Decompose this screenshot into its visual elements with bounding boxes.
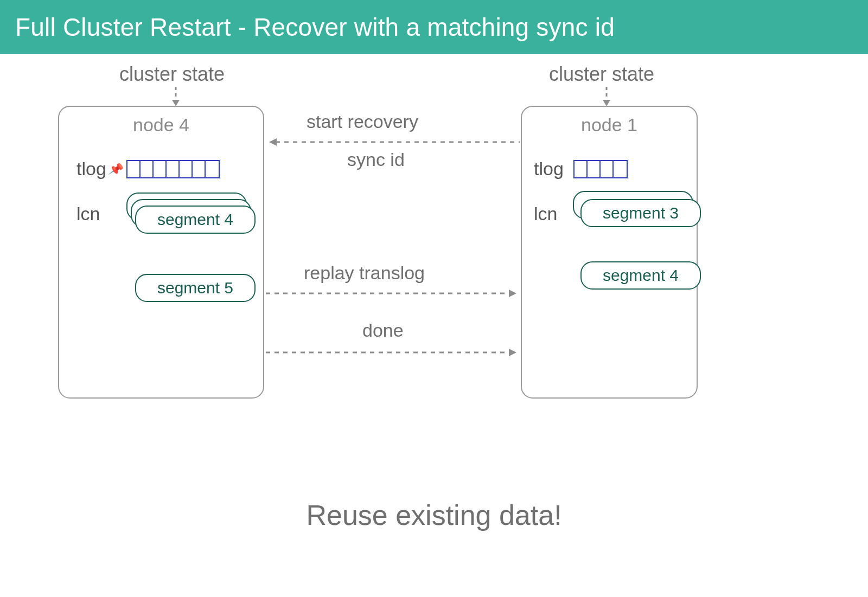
- segment-4-pill: segment 4: [580, 261, 701, 290]
- arrow-left-icon: [266, 137, 520, 147]
- segment-4-pill: segment 4: [135, 206, 256, 234]
- node-1-label: node 1: [522, 114, 697, 136]
- node4-tlog-row: tlog 📌: [76, 158, 220, 179]
- diagram-stage: Full Cluster Restart - Recover with a ma…: [0, 0, 868, 597]
- lcn-label: lcn: [76, 203, 100, 224]
- arrow-right-icon: [266, 347, 520, 358]
- tlog-cells: [573, 160, 628, 178]
- flow-label-replay-translog: replay translog: [304, 262, 425, 284]
- pin-icon: 📌: [107, 161, 124, 177]
- tlog-label: tlog: [76, 158, 106, 179]
- segment-3-pill: segment 3: [580, 199, 701, 227]
- page-title: Full Cluster Restart - Recover with a ma…: [15, 12, 615, 42]
- svg-marker-7: [509, 290, 516, 297]
- svg-marker-9: [509, 349, 516, 356]
- flow-label-sync-id: sync id: [347, 149, 405, 170]
- node-4-label: node 4: [59, 114, 263, 136]
- node4-lcn-row: lcn: [76, 203, 100, 224]
- node1-lcn-row: lcn: [534, 203, 557, 224]
- node-box-4: node 4 tlog 📌 lcn segment 4 segment 5: [58, 106, 264, 399]
- flow-label-start-recovery: start recovery: [307, 111, 418, 132]
- svg-marker-5: [269, 138, 277, 146]
- arrow-right-icon: [266, 288, 520, 299]
- node-box-1: node 1 tlog lcn segment 3 segment 4: [521, 106, 698, 399]
- flow-label-done: done: [362, 320, 404, 341]
- footer-caption: Reuse existing data!: [0, 499, 868, 531]
- cluster-state-label-right: cluster state: [549, 63, 654, 86]
- tlog-label: tlog: [534, 158, 564, 179]
- node1-tlog-row: tlog: [534, 158, 628, 179]
- segment-5-pill: segment 5: [135, 274, 256, 302]
- lcn-label: lcn: [534, 203, 557, 224]
- cluster-state-label-left: cluster state: [119, 63, 225, 86]
- title-bar: Full Cluster Restart - Recover with a ma…: [0, 0, 868, 54]
- tlog-cells: [126, 160, 220, 178]
